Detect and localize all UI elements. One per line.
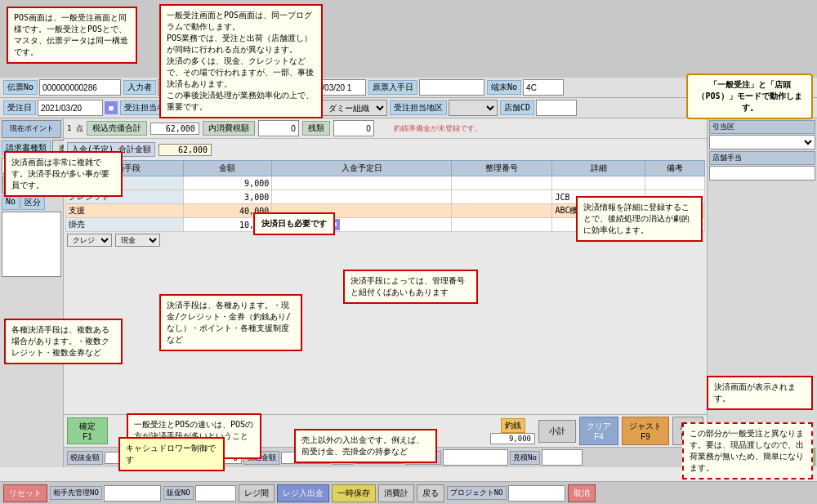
main-container: POS画面は、一般受注画面と同様です。一般受注とPOSとで、マスタ、伝票データは…: [0, 0, 817, 504]
cashier-bubble: キャシュドロワー制御です: [118, 437, 225, 471]
payment-date-bubble: 決済日も必要です: [253, 212, 335, 235]
payment-methods-bubble: 各種決済手段は、複数ある場合があります。・複数クレジット・複数金券など: [4, 319, 123, 364]
project-group: プロジェクトNO: [447, 485, 565, 502]
col-date: 入金予定日: [272, 161, 452, 176]
partner-label: 相手先管理NO: [50, 486, 102, 500]
tax-total-label: 税込売価合計: [87, 121, 147, 136]
table-cell: 支援: [66, 204, 184, 218]
partner-input[interactable]: [104, 485, 161, 502]
partner-group: 相手先管理NO: [50, 485, 161, 502]
soshiki-dropdown[interactable]: ダミー組織: [322, 100, 387, 116]
hikiate-label: 引当区: [709, 120, 815, 134]
reset-btn[interactable]: リセット: [3, 484, 47, 502]
management-no-bubble: 決済手段によっては、管理番号と紐付くばあいもあります: [343, 270, 478, 304]
confirm-area: 確定 F1: [67, 417, 108, 444]
sales-group: 販促NO: [163, 485, 236, 502]
payment-shown-bubble: 決済画面が表示されます。: [707, 376, 813, 410]
income-outgo-bubble: 売上以外の入出金です。例えば、前受け金、売掛金の持参など: [294, 429, 437, 463]
mitsumori-input[interactable]: [542, 449, 583, 466]
table-cell[interactable]: [272, 176, 452, 190]
cash-inout-btn[interactable]: レジ入出金: [277, 484, 329, 502]
denpyo-label: 伝票No: [3, 80, 38, 95]
cash-label: 釣銭: [501, 418, 525, 433]
payment-detail-bubble: 決済情報を詳細に登録することで、後続処理の消込が劇的に効率化します。: [576, 196, 703, 242]
tenpo-group: 店舗手当: [709, 151, 815, 181]
field-genyo: 原票入手日: [368, 79, 484, 96]
table-cell[interactable]: [645, 176, 704, 190]
right-sidebar: 引当区 店舗手当 小計 確定: [707, 118, 817, 467]
hikiate-group: 引当区: [709, 120, 815, 149]
tenpo-input[interactable]: [709, 166, 815, 181]
pos-info-bubble: POS画面は、一般受注画面と同様です。一般受注とPOSとで、マスタ、伝票データは…: [7, 7, 137, 64]
cash-area: 釣銭 9,000: [490, 418, 535, 444]
action-bar: リセット 相手先管理NO 販促NO レジ間 レジ入出金 一時保存 消費計 戻る …: [0, 481, 817, 504]
juchubi-input[interactable]: [38, 100, 103, 116]
payment-types-bubble: 決済手段は、各種あります。・現金/クレジット・金券（釣銭あり/なし）・ポイント・…: [159, 294, 302, 351]
nyuryokusha-label: 入力者: [123, 80, 156, 95]
just-btn[interactable]: ジャスト F9: [622, 417, 669, 445]
temp-save-btn[interactable]: 一時保存: [332, 484, 376, 502]
project-label: プロジェクトNO: [447, 486, 507, 500]
zankei-input[interactable]: [333, 120, 374, 136]
confirm-btn[interactable]: 確定 F1: [67, 417, 108, 444]
table-cell: 掛売: [66, 218, 184, 232]
general-diff-bubble: この部分が一般受注と異なります。要は、現品渡しなので、出荷業務が無いため、簡単に…: [682, 422, 813, 479]
table-cell[interactable]: [451, 176, 551, 190]
tenpocd-label: 店舗CD: [500, 100, 534, 115]
zankei-label: 残類: [302, 121, 330, 136]
table-cell[interactable]: [451, 218, 551, 232]
tenpocd-input[interactable]: [536, 100, 577, 116]
no-label: No: [2, 195, 20, 210]
denpyo-input[interactable]: [39, 79, 121, 96]
field-juchubi: 受注日 ■: [3, 100, 118, 116]
field-chiku: 受注担当地区: [390, 100, 498, 116]
amount-value: 62,000: [158, 144, 212, 156]
tanmatsu-input[interactable]: [523, 79, 564, 96]
project-input[interactable]: [508, 485, 565, 502]
amount-row: 入金(予定) 合計金額 62,000: [65, 140, 705, 158]
total-mitsumori: 見積No: [510, 449, 583, 466]
warning-text: 釣銭準備金が未登録です。: [394, 123, 482, 134]
hikiate-select[interactable]: [709, 135, 815, 149]
sales-input[interactable]: [195, 485, 236, 502]
sidebar-nocat: No 区分: [2, 195, 61, 210]
naitax-input[interactable]: [258, 120, 299, 136]
table-cell[interactable]: [272, 190, 452, 204]
table-cell[interactable]: 9,000: [183, 176, 272, 190]
table-cell[interactable]: 3,000: [183, 190, 272, 204]
juchubi-label: 受注日: [3, 100, 36, 115]
register-btn[interactable]: レジ間: [239, 484, 275, 502]
product-list: [2, 212, 61, 277]
sidebar-points: 現在ポイント: [2, 120, 61, 138]
cancel-btn[interactable]: 取消: [568, 484, 596, 502]
action-back-btn[interactable]: 戻る: [417, 484, 444, 502]
juchubi-calendar-icon[interactable]: ■: [105, 101, 118, 114]
mitsumori-label: 見積No: [510, 451, 540, 465]
tax-calc-btn[interactable]: 消費計: [378, 484, 414, 502]
tax-total-value: 62,000: [150, 123, 199, 135]
method-dropdown1[interactable]: クレジット: [67, 234, 112, 247]
chiku-dropdown[interactable]: [449, 100, 498, 116]
field-denpyo: 伝票No: [3, 79, 121, 96]
kubun-label: 区分: [20, 195, 45, 210]
table-cell[interactable]: [451, 204, 551, 218]
subtotal-btn[interactable]: 小計: [538, 420, 576, 443]
col-note: 備考: [645, 161, 704, 176]
table-cell[interactable]: [552, 176, 645, 190]
genyo-input[interactable]: [419, 79, 484, 96]
tanmatsu-label: 端末No: [487, 80, 521, 95]
sales-label: 販促NO: [163, 486, 194, 500]
col-ref: 整理番号: [451, 161, 551, 176]
table-cell[interactable]: [451, 190, 551, 204]
genyo-label: 原票入手日: [368, 80, 417, 95]
clear-btn[interactable]: クリア F4: [579, 417, 618, 445]
col-detail: 詳細: [552, 161, 645, 176]
method-dropdown2[interactable]: 現金: [115, 234, 160, 247]
table-row: 現金9,000: [66, 176, 705, 190]
chiku-label: 受注担当地区: [390, 100, 447, 115]
general-info-bubble: 一般受注画面とPOS画面は、同一プログラムで動作します。 POS業務では、受注と…: [159, 4, 323, 118]
zeibuki-label: 税抜金額: [67, 451, 103, 465]
tenpo-label: 店舗手当: [709, 151, 815, 165]
naitax-label: 内消費税額: [203, 121, 255, 136]
memo-input[interactable]: [443, 449, 508, 466]
